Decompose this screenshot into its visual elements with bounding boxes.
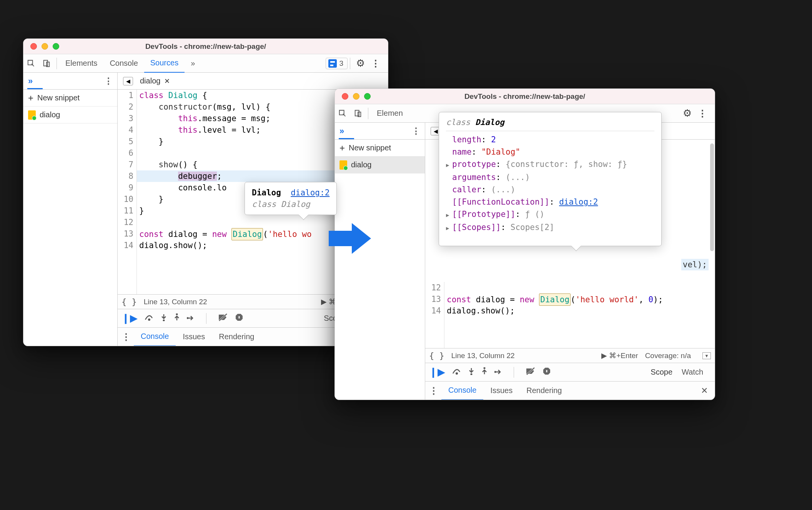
cursor-position: Line 13, Column 22: [451, 352, 515, 360]
main-toolbar: Elements Console Sources » 3 ⚙ ⋮: [23, 54, 388, 73]
svg-point-4: [163, 319, 165, 321]
sidebar-menu-icon[interactable]: ⋮: [412, 126, 420, 136]
drawer-menu-icon[interactable]: ⋮: [429, 385, 438, 396]
cursor-position: Line 13, Column 22: [144, 298, 207, 306]
run-snippet-button[interactable]: ▶ ⌘+Enter: [601, 351, 638, 360]
svg-rect-15: [355, 110, 359, 116]
sidebar: » ⋮ + New snippet dialog: [335, 123, 425, 400]
svg-point-21: [484, 367, 486, 369]
tab-sources[interactable]: Sources: [144, 54, 185, 73]
snippet-file-item[interactable]: dialog: [335, 157, 425, 173]
close-drawer-icon[interactable]: ✕: [701, 386, 711, 396]
svg-point-8: [187, 317, 189, 319]
pretty-print-icon[interactable]: { }: [121, 297, 137, 307]
sidebar-tabs-overflow-icon[interactable]: »: [339, 126, 344, 136]
scrollbar-thumb[interactable]: [710, 143, 714, 251]
devtools-window-1: DevTools - chrome://new-tab-page/ Elemen…: [23, 38, 388, 346]
resume-icon[interactable]: ❙▶: [121, 312, 138, 324]
issues-icon: [328, 59, 337, 68]
svg-rect-0: [44, 60, 48, 66]
svg-rect-13: [239, 316, 240, 318]
sidebar-tabs: » ⋮: [335, 123, 425, 140]
step-out-icon[interactable]: [174, 313, 180, 323]
settings-gear-icon[interactable]: ⚙: [354, 57, 366, 70]
hover-tooltip-large: class class DialogDialog length: 2name: …: [439, 112, 662, 246]
traffic-lights: [30, 43, 59, 50]
device-toggle-icon[interactable]: [40, 57, 53, 70]
snippet-file-icon: [28, 110, 36, 120]
status-dropdown-icon[interactable]: ▼: [702, 352, 711, 359]
devtools-window-2: DevTools - chrome://new-tab-page/ Elemen…: [334, 88, 715, 400]
svg-point-23: [494, 371, 496, 373]
maximize-window-button[interactable]: [364, 93, 371, 100]
svg-point-17: [456, 372, 458, 375]
step-icon[interactable]: [494, 367, 502, 377]
close-window-button[interactable]: [30, 43, 37, 50]
new-snippet-button[interactable]: + New snippet: [335, 140, 425, 157]
step-out-icon[interactable]: [481, 367, 488, 377]
tooltip-source-link[interactable]: dialog:2: [291, 188, 329, 197]
minimize-window-button[interactable]: [353, 93, 359, 100]
file-tab-dialog[interactable]: dialog ✕: [137, 77, 173, 85]
drawer-tab-issues[interactable]: Issues: [176, 328, 212, 346]
snippet-file-item[interactable]: dialog: [23, 107, 117, 123]
debug-tab-watch[interactable]: Watch: [682, 368, 703, 377]
drawer: ⋮ Console Issues Rendering ✕: [425, 381, 715, 400]
plus-icon: +: [339, 143, 345, 153]
traffic-lights: [342, 93, 371, 100]
drawer-tab-console[interactable]: Console: [441, 381, 483, 400]
editor-tabs: ◀ dialog ✕: [118, 73, 388, 90]
sidebar-tabs-overflow-icon[interactable]: »: [28, 76, 33, 86]
overflow-menu-icon[interactable]: ⋮: [369, 57, 382, 70]
svg-point-19: [471, 373, 473, 375]
step-into-icon[interactable]: [161, 313, 167, 323]
settings-gear-icon[interactable]: ⚙: [681, 107, 693, 120]
close-tab-icon[interactable]: ✕: [164, 77, 170, 85]
step-icon[interactable]: [187, 313, 195, 323]
tabs-overflow-icon[interactable]: »: [185, 54, 201, 72]
pause-exceptions-icon[interactable]: [235, 313, 243, 324]
sidebar-menu-icon[interactable]: ⋮: [104, 76, 113, 86]
new-snippet-button[interactable]: + New snippet: [23, 90, 117, 107]
deactivate-breakpoints-icon[interactable]: [218, 313, 228, 324]
debug-tab-scope[interactable]: Scope: [651, 368, 672, 382]
window-title: DevTools - chrome://new-tab-page/: [335, 92, 715, 101]
debugger-toolbar: ❙▶ Scope Watch: [425, 363, 715, 381]
svg-point-2: [148, 318, 150, 321]
sidebar: » ⋮ + New snippet dialog: [23, 73, 118, 346]
drawer-tab-console[interactable]: Console: [134, 327, 176, 346]
drawer-tab-issues[interactable]: Issues: [483, 382, 519, 400]
pretty-print-icon[interactable]: { }: [429, 351, 444, 360]
editor-status-bar: { } Line 13, Column 22 ▶ ⌘+Enter Coverag…: [425, 348, 715, 363]
svg-point-6: [176, 313, 178, 315]
resume-icon[interactable]: ❙▶: [429, 366, 445, 378]
pause-exceptions-icon[interactable]: [542, 367, 551, 378]
step-over-icon[interactable]: [452, 367, 461, 377]
inspect-icon[interactable]: [336, 107, 349, 120]
plus-icon: +: [28, 93, 33, 103]
sidebar-tabs: » ⋮: [23, 73, 117, 90]
issues-badge[interactable]: 3: [326, 58, 348, 69]
inspect-icon[interactable]: [25, 57, 37, 70]
window-title: DevTools - chrome://new-tab-page/: [23, 42, 388, 51]
overflow-menu-icon[interactable]: ⋮: [696, 107, 709, 120]
hover-tooltip-small: Dialog dialog:2 class Dialog: [245, 182, 337, 215]
maximize-window-button[interactable]: [53, 43, 59, 50]
drawer-tab-rendering[interactable]: Rendering: [212, 328, 261, 346]
minimize-window-button[interactable]: [42, 43, 48, 50]
tab-elements-truncated[interactable]: Elemen: [371, 104, 409, 122]
close-window-button[interactable]: [342, 93, 348, 100]
tab-console[interactable]: Console: [103, 54, 144, 72]
nav-back-icon[interactable]: ◀: [123, 77, 133, 85]
svg-rect-28: [546, 370, 547, 372]
step-over-icon[interactable]: [145, 313, 154, 323]
drawer-menu-icon[interactable]: ⋮: [121, 332, 131, 342]
step-into-icon[interactable]: [468, 367, 474, 377]
titlebar: DevTools - chrome://new-tab-page/: [23, 39, 388, 54]
drawer-tab-rendering[interactable]: Rendering: [519, 382, 569, 400]
device-toggle-icon[interactable]: [352, 107, 364, 120]
snippet-file-icon: [339, 160, 347, 170]
tab-elements[interactable]: Elements: [59, 54, 103, 72]
deactivate-breakpoints-icon[interactable]: [526, 367, 536, 378]
partial-line: vel);: [681, 259, 709, 270]
